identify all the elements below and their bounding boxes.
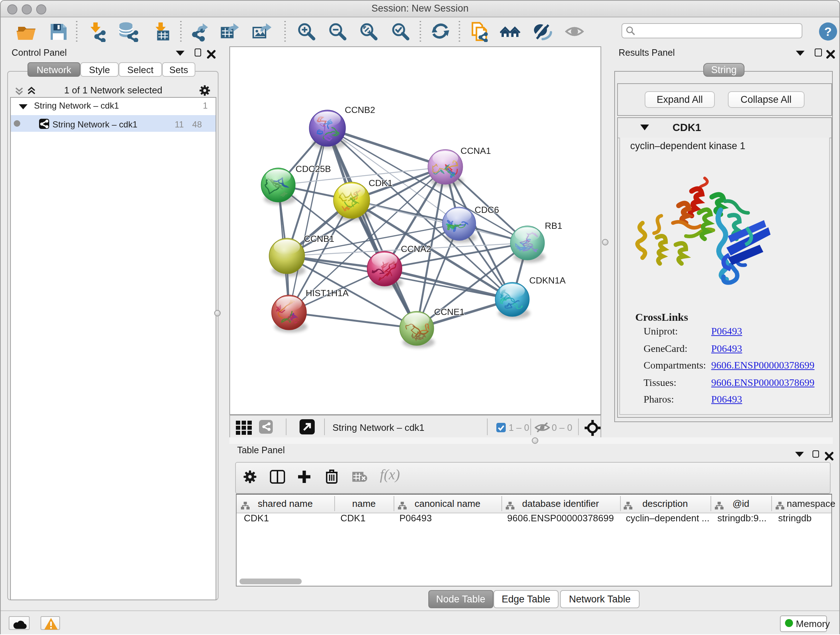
svg-text:CCNE1: CCNE1	[434, 307, 464, 317]
svg-text:?: ?	[824, 25, 832, 38]
svg-text:CCNA1: CCNA1	[461, 146, 491, 156]
svg-text:CDK1: CDK1	[369, 178, 393, 188]
svg-text:CCNB2: CCNB2	[345, 105, 375, 115]
svg-text:RB1: RB1	[545, 221, 562, 231]
svg-text:CCNA2: CCNA2	[401, 244, 431, 254]
svg-text:CDC25B: CDC25B	[295, 164, 331, 174]
svg-text:CDC6: CDC6	[475, 205, 499, 215]
svg-text:HIST1H1A: HIST1H1A	[306, 288, 349, 298]
svg-text:CCNB1: CCNB1	[304, 234, 334, 244]
svg-text:CDKN1A: CDKN1A	[529, 276, 566, 285]
